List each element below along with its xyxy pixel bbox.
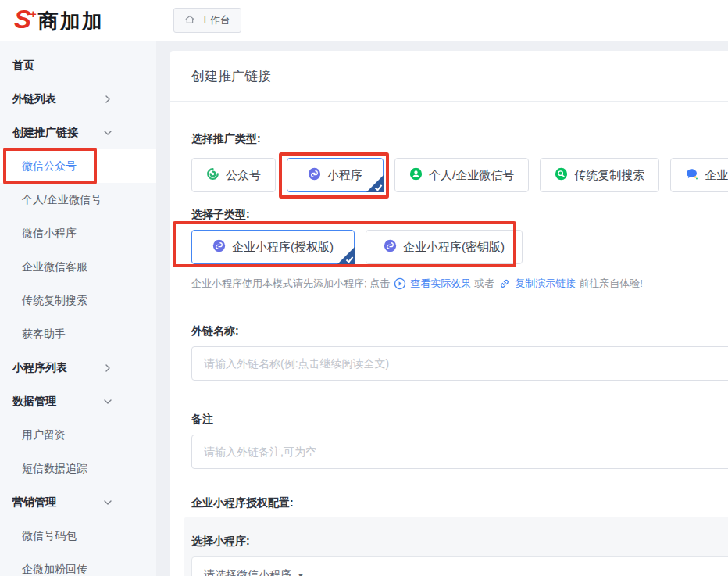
sidebar-item-wechat-official[interactable]: 微信公众号	[0, 149, 156, 183]
sidebar-item-sms-tracking[interactable]: 短信数据追踪	[0, 452, 156, 485]
sidebar-item-home[interactable]: 首页	[0, 48, 156, 82]
card-header: 创建推广链接	[170, 51, 728, 102]
selected-corner-check-icon	[337, 247, 355, 264]
promo-type-personal-wechat-button[interactable]: 个人/企业微信号	[394, 158, 529, 192]
chevron-down-icon	[103, 498, 112, 507]
page-title: 创建推广链接	[191, 67, 271, 85]
chevron-right-icon	[103, 95, 112, 104]
sidebar-item-link-list[interactable]: 外链列表	[0, 82, 156, 116]
select-miniprogram-label: 选择小程序:	[191, 535, 728, 549]
card-body: 选择推广类型: 公众号 小程序	[170, 132, 728, 576]
sub-type-auth-version-button[interactable]: 企业小程序(授权版)	[191, 230, 355, 264]
wechat-official-account-icon	[206, 167, 219, 183]
promo-type-official-account-button[interactable]: 公众号	[191, 158, 276, 192]
sidebar-item-wechat-number-pack[interactable]: 微信号码包	[0, 519, 156, 553]
promo-type-copy-search-button[interactable]: 传统复制搜索	[540, 158, 659, 192]
logo-plus-glyph: +	[30, 7, 37, 20]
wechat-personal-icon	[409, 167, 423, 183]
sidebar-item-label: 传统复制搜索	[22, 294, 87, 308]
app-window: S + 商加加 工作台 首页 外链列表 创建推广链接 微信	[0, 0, 728, 576]
promo-type-button-label: 个人/企业微信号	[429, 168, 514, 183]
sidebar-item-personal-wechat[interactable]: 个人/企业微信号	[0, 183, 156, 216]
wecom-icon	[685, 167, 698, 183]
sidebar-item-label: 用户留资	[22, 428, 66, 442]
chevron-down-icon	[103, 128, 112, 138]
sidebar-item-wechat-miniprogram[interactable]: 微信小程序	[0, 216, 156, 250]
sidebar-item-label: 企业微信客服	[22, 260, 87, 274]
sidebar-item-label: 首页	[12, 59, 34, 73]
miniprogram-select[interactable]: 请选择微信小程序 ▼	[191, 556, 728, 576]
sidebar-item-lead-assistant[interactable]: 获客助手	[0, 317, 156, 351]
hint-text-or: 或者	[474, 277, 494, 291]
promo-type-button-label: 小程序	[327, 168, 362, 183]
copy-demo-link[interactable]: 复制演示链接	[515, 277, 576, 291]
sidebar-item-label: 小程序列表	[12, 361, 67, 375]
sub-type-button-label: 企业小程序(授权版)	[232, 240, 334, 255]
workspace-tab[interactable]: 工作台	[173, 8, 241, 33]
auth-config-panel: 选择小程序: 请选择微信小程序 ▼	[184, 517, 728, 576]
sidebar-item-label: 微信小程序	[22, 227, 77, 241]
sidebar-item-label: 获客助手	[22, 327, 66, 342]
view-demo-link[interactable]: 查看实际效果	[410, 277, 471, 291]
sidebar-item-miniprogram-list[interactable]: 小程序列表	[0, 351, 156, 385]
sub-type-label: 选择子类型:	[191, 208, 728, 222]
sidebar-item-wecom-fan-callback[interactable]: 企微加粉回传	[0, 553, 156, 576]
sidebar-item-label: 个人/企业微信号	[22, 193, 102, 207]
chevron-down-icon	[103, 397, 112, 406]
sidebar-item-create-promo-link[interactable]: 创建推广链接	[0, 116, 156, 149]
home-icon	[184, 14, 195, 27]
sidebar-item-label: 创建推广链接	[12, 126, 78, 140]
logo-brand-name: 商加加	[38, 8, 104, 35]
link-name-input[interactable]	[191, 346, 728, 381]
sidebar-item-label: 营销管理	[12, 496, 56, 510]
promo-type-wecom-service-button[interactable]: 企业微信客服	[670, 158, 728, 192]
link-icon[interactable]	[498, 277, 511, 290]
main-content-area: 创建推广链接 选择推广类型: 公众号 小程序	[156, 41, 728, 576]
sub-type-hint: 企业小程序使用本模式请先添加小程序; 点击 查看实际效果 或者 复制演示链接 前…	[191, 277, 728, 291]
sub-type-options: 企业小程序(授权版) 企业小程序(密钥版)	[191, 230, 728, 264]
sidebar-item-data-management[interactable]: 数据管理	[0, 385, 156, 418]
dropdown-arrow-icon: ▼	[297, 571, 305, 576]
remark-label: 备注	[191, 413, 728, 427]
create-link-card: 创建推广链接 选择推广类型: 公众号 小程序	[170, 51, 728, 576]
copy-search-icon	[555, 167, 568, 183]
sub-type-key-version-button[interactable]: 企业小程序(密钥版)	[366, 230, 523, 264]
auth-config-section-label: 企业小程序授权配置:	[191, 496, 728, 510]
promo-type-button-label: 企业微信客服	[705, 168, 728, 183]
promo-type-options: 公众号 小程序 个	[191, 158, 728, 192]
hint-text-after: 前往亲自体验!	[579, 277, 643, 291]
link-name-label: 外链名称:	[191, 324, 728, 338]
remark-input[interactable]	[191, 435, 728, 469]
workspace-tab-label: 工作台	[200, 13, 230, 27]
top-header: S + 商加加 工作台	[0, 0, 728, 41]
promo-type-button-label: 公众号	[226, 168, 261, 183]
logo-s-glyph: S	[14, 6, 31, 32]
sidebar-item-label: 外链列表	[12, 92, 56, 106]
chevron-right-icon	[103, 363, 112, 373]
sidebar-item-label: 短信数据追踪	[22, 462, 87, 476]
miniprogram-icon	[212, 239, 226, 255]
promo-type-button-label: 传统复制搜索	[574, 168, 644, 183]
selected-corner-check-icon	[366, 175, 384, 192]
promo-type-miniprogram-button[interactable]: 小程序	[287, 158, 384, 192]
sidebar-item-marketing-management[interactable]: 营销管理	[0, 485, 156, 519]
sidebar-nav: 首页 外链列表 创建推广链接 微信公众号 个人/企业微信号 微信小程序 企业微信…	[0, 41, 156, 576]
sidebar-item-copy-search[interactable]: 传统复制搜索	[0, 284, 156, 317]
sidebar-item-wecom-service[interactable]: 企业微信客服	[0, 250, 156, 284]
sidebar-item-label: 微信号码包	[22, 529, 77, 543]
hint-text-before: 企业小程序使用本模式请先添加小程序; 点击	[191, 277, 390, 291]
sidebar-item-label: 企微加粉回传	[22, 563, 87, 576]
sidebar-item-label: 微信公众号	[22, 159, 77, 174]
play-circle-icon[interactable]	[394, 277, 406, 290]
sidebar-item-user-leads[interactable]: 用户留资	[0, 418, 156, 452]
miniprogram-icon	[308, 167, 321, 183]
promo-type-label: 选择推广类型:	[191, 132, 728, 146]
miniprogram-icon	[384, 239, 397, 255]
brand-logo: S + 商加加	[0, 6, 156, 35]
miniprogram-select-value: 请选择微信小程序	[204, 568, 291, 576]
sidebar-item-label: 数据管理	[12, 395, 56, 409]
sub-type-button-label: 企业小程序(密钥版)	[403, 240, 505, 255]
